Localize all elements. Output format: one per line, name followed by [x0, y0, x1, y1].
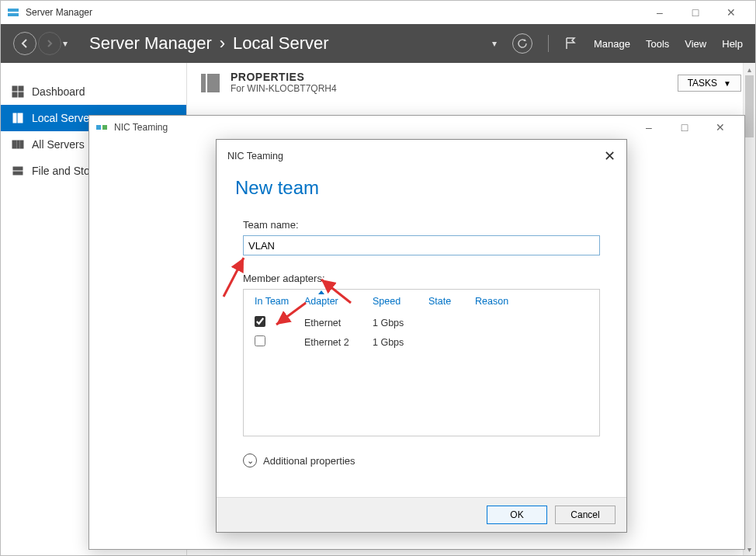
- additional-properties-label: Additional properties: [263, 455, 355, 467]
- breadcrumb-current: Local Server: [233, 33, 329, 54]
- svg-rect-13: [201, 74, 206, 92]
- nic-teaming-icon: [95, 121, 108, 134]
- team-name-label: Team name:: [243, 219, 600, 231]
- additional-properties-toggle[interactable]: ⌄ Additional properties: [243, 453, 600, 467]
- svg-rect-3: [19, 86, 23, 91]
- column-in-team[interactable]: In Team: [255, 296, 292, 307]
- refresh-icon[interactable]: [512, 33, 532, 54]
- column-adapter[interactable]: Adapter: [304, 296, 360, 307]
- scroll-thumb[interactable]: [745, 75, 754, 137]
- column-reason[interactable]: Reason: [475, 296, 508, 307]
- maximize-button[interactable]: □: [678, 1, 713, 24]
- sidebar-item-label: Dashboard: [32, 85, 85, 98]
- divider: [548, 35, 549, 52]
- breadcrumb-dropdown[interactable]: ▾: [492, 38, 497, 49]
- svg-rect-6: [13, 113, 16, 123]
- column-state[interactable]: State: [428, 296, 463, 307]
- server-icon: [12, 112, 24, 124]
- team-name-input[interactable]: [243, 235, 600, 255]
- svg-rect-14: [207, 74, 220, 92]
- back-button[interactable]: [13, 32, 36, 55]
- member-adapters-label: Member adapters:: [243, 273, 600, 284]
- svg-rect-5: [19, 92, 23, 97]
- menu-view[interactable]: View: [685, 38, 706, 50]
- cmdbar-right: ▾ Manage Tools View Help: [492, 33, 743, 54]
- main-title: Server Manager: [26, 7, 642, 18]
- svg-rect-8: [12, 141, 16, 148]
- window-controls: – □ ✕: [642, 1, 749, 24]
- adapters-table-header: In Team Adapter Speed State Reason: [244, 290, 599, 313]
- modal-footer: OK Cancel: [217, 497, 626, 532]
- tasks-label: TASKS: [688, 78, 717, 89]
- column-speed[interactable]: Speed: [373, 296, 416, 307]
- adapter-row[interactable]: Ethernet 1 Gbps: [244, 313, 599, 332]
- sidebar-item-label: File and Sto: [32, 165, 90, 177]
- scroll-down-icon[interactable]: ▾: [744, 543, 755, 555]
- server-manager-icon: [7, 6, 19, 19]
- nav-dropdown[interactable]: ▾: [63, 38, 68, 49]
- nic-window-title: NIC Teaming: [114, 122, 631, 133]
- close-button[interactable]: ✕: [713, 1, 749, 24]
- svg-rect-0: [8, 9, 19, 12]
- adapter-speed: 1 Gbps: [373, 337, 416, 348]
- nav-controls: ▾: [13, 32, 68, 55]
- servers-icon: [12, 138, 24, 151]
- modal-heading: New team: [235, 177, 600, 199]
- properties-title: PROPERTIES: [231, 71, 337, 83]
- svg-rect-10: [20, 141, 23, 148]
- dashboard-icon: [12, 85, 24, 98]
- command-bar: ▾ Server Manager › Local Server ▾ Manage…: [1, 24, 755, 63]
- adapter-row[interactable]: Ethernet 2 1 Gbps: [244, 332, 599, 352]
- new-team-dialog: NIC Teaming ✕ New team Team name: Member…: [216, 139, 627, 533]
- tasks-dropdown-properties[interactable]: TASKS▼: [678, 75, 741, 92]
- adapter-checkbox[interactable]: [255, 335, 265, 346]
- svg-rect-4: [12, 92, 17, 97]
- minimize-button[interactable]: –: [642, 1, 678, 24]
- chevron-down-icon: ⌄: [243, 453, 257, 467]
- adapters-table: In Team Adapter Speed State Reason Ether…: [243, 289, 600, 436]
- sidebar-item-dashboard[interactable]: Dashboard: [1, 78, 186, 105]
- chevron-right-icon: ›: [220, 33, 225, 54]
- ok-button[interactable]: OK: [487, 506, 547, 524]
- main-titlebar: Server Manager – □ ✕: [1, 1, 755, 24]
- sidebar-item-label: Local Server: [32, 112, 93, 124]
- menu-tools[interactable]: Tools: [646, 38, 669, 50]
- flag-icon[interactable]: [564, 36, 578, 50]
- scroll-up-icon[interactable]: ▴: [744, 63, 755, 75]
- nic-maximize-button[interactable]: □: [667, 116, 702, 139]
- modal-title-text: NIC Teaming: [227, 151, 283, 162]
- breadcrumb: Server Manager › Local Server: [89, 33, 329, 54]
- svg-rect-11: [13, 167, 23, 170]
- svg-rect-18: [102, 125, 107, 130]
- storage-icon: [12, 165, 24, 177]
- sidebar-item-label: All Servers: [32, 138, 85, 151]
- adapter-name: Ethernet: [304, 318, 360, 328]
- svg-rect-1: [8, 13, 19, 16]
- properties-subtitle: For WIN-KLOCBT7QRH4: [231, 83, 337, 94]
- menu-manage[interactable]: Manage: [594, 38, 630, 50]
- modal-close-button[interactable]: ✕: [604, 148, 616, 165]
- breadcrumb-root[interactable]: Server Manager: [89, 33, 212, 54]
- server-icon: [201, 71, 220, 96]
- adapter-name: Ethernet 2: [304, 337, 360, 348]
- cancel-button[interactable]: Cancel: [555, 506, 616, 524]
- adapter-checkbox[interactable]: [255, 316, 265, 327]
- nic-close-button[interactable]: ✕: [702, 116, 738, 139]
- forward-button[interactable]: [38, 32, 61, 55]
- svg-rect-12: [13, 172, 23, 175]
- svg-rect-7: [18, 113, 23, 123]
- nic-minimize-button[interactable]: –: [631, 116, 667, 139]
- modal-titlebar: NIC Teaming ✕: [217, 140, 626, 172]
- menu-help[interactable]: Help: [722, 38, 743, 50]
- svg-rect-2: [12, 86, 17, 91]
- svg-rect-9: [17, 141, 19, 148]
- svg-rect-17: [96, 125, 101, 130]
- adapter-speed: 1 Gbps: [373, 318, 416, 328]
